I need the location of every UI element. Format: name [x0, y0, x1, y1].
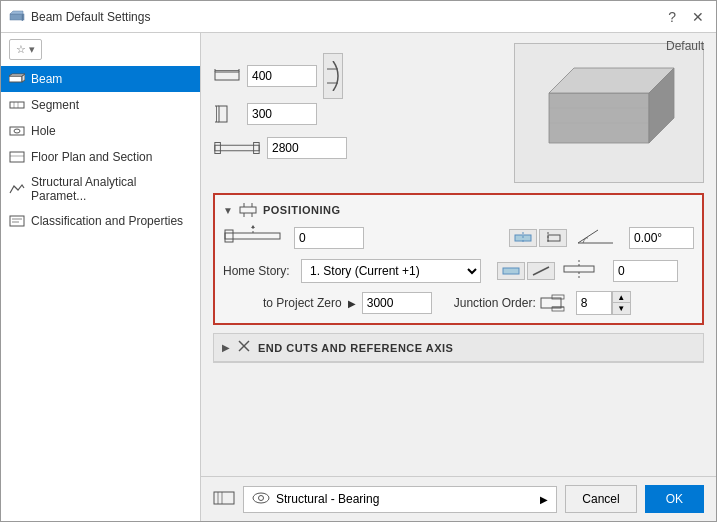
svg-rect-47 [503, 268, 519, 274]
offset-group [223, 225, 509, 250]
material-icon-left [213, 489, 235, 510]
main-window: Beam Default Settings ? ✕ ☆ ▾ Beam [0, 0, 717, 522]
align-center-button[interactable] [509, 229, 537, 247]
height-icon [213, 105, 241, 123]
title-bar-left: Beam Default Settings [9, 9, 150, 25]
cancel-button[interactable]: Cancel [565, 485, 636, 513]
height-input[interactable] [247, 103, 317, 125]
material-arrow-icon: ▶ [540, 494, 548, 505]
length-icon [213, 137, 261, 159]
beam-icon [9, 71, 25, 87]
positioning-row1 [223, 225, 694, 250]
angle-input[interactable] [629, 227, 694, 249]
elevation-row: to Project Zero ▶ Junction Order: [223, 291, 694, 315]
sidebar-item-structural[interactable]: Structural Analytical Paramet... [1, 170, 200, 208]
sidebar-label-classification: Classification and Properties [31, 214, 183, 228]
title-bar-controls: ? ✕ [664, 9, 708, 25]
svg-marker-1 [10, 11, 23, 14]
align-side-button[interactable] [539, 229, 567, 247]
link-button[interactable] [323, 53, 343, 99]
collapse-arrow: ▼ [223, 205, 233, 216]
svg-marker-5 [9, 74, 25, 76]
main-panel: Default [201, 33, 716, 521]
positioning-section: ▼ POSITIONING [213, 193, 704, 325]
spin-up-button[interactable]: ▲ [612, 292, 630, 303]
endcuts-header[interactable]: ▶ END CUTS AND REFERENCE AXIS [214, 334, 703, 362]
length-input[interactable] [267, 137, 347, 159]
height-row [213, 103, 347, 125]
width-input[interactable] [247, 65, 317, 87]
sidebar-label-hole: Hole [31, 124, 56, 138]
angle-icon [573, 225, 623, 250]
home-story-label: Home Story: [223, 264, 293, 278]
svg-rect-57 [214, 492, 234, 504]
offset-input[interactable] [294, 227, 364, 249]
tilt-flat-button[interactable] [497, 262, 525, 280]
svg-rect-16 [215, 72, 239, 80]
elevation-arrow: ▶ [348, 298, 356, 309]
svg-rect-40 [225, 230, 233, 242]
elevation-label: to Project Zero [263, 296, 342, 310]
floor-plan-icon [9, 149, 25, 165]
length-row [213, 137, 347, 159]
material-label: Structural - Bearing [276, 492, 379, 506]
endcuts-icon [236, 339, 252, 356]
tilt-group [497, 258, 678, 283]
favorites-button[interactable]: ☆ ▾ [9, 39, 42, 60]
svg-point-10 [14, 129, 20, 133]
width-row [213, 53, 347, 99]
endcuts-title: END CUTS AND REFERENCE AXIS [258, 342, 453, 354]
sidebar-item-beam[interactable]: Beam [1, 66, 200, 92]
junction-spinner: ▲ ▼ [576, 291, 631, 315]
hole-icon [9, 123, 25, 139]
endcuts-section: ▶ END CUTS AND REFERENCE AXIS [213, 333, 704, 363]
junction-value-input[interactable] [577, 292, 612, 314]
window-title: Beam Default Settings [31, 10, 150, 24]
beam-offset-icon [223, 225, 288, 250]
alignment-buttons [509, 229, 567, 247]
close-button[interactable]: ✕ [688, 9, 708, 25]
positioning-icon [239, 203, 257, 217]
sidebar-label-segment: Segment [31, 98, 79, 112]
sidebar-label-beam: Beam [31, 72, 62, 86]
svg-rect-28 [254, 142, 260, 153]
sidebar-item-classification[interactable]: Classification and Properties [1, 208, 200, 234]
ok-button[interactable]: OK [645, 485, 704, 513]
beam-preview [514, 43, 704, 183]
svg-rect-34 [240, 207, 256, 213]
tilt-angled-button[interactable] [527, 262, 555, 280]
spinner-buttons: ▲ ▼ [612, 292, 630, 314]
tilt-input[interactable] [613, 260, 678, 282]
svg-marker-29 [549, 93, 649, 143]
window-icon [9, 9, 25, 25]
sidebar-label-structural: Structural Analytical Paramet... [31, 175, 192, 203]
tilt-icon [559, 258, 609, 283]
top-section [201, 33, 716, 189]
svg-rect-45 [548, 235, 560, 241]
svg-rect-3 [9, 76, 22, 82]
sidebar-item-segment[interactable]: Segment [1, 92, 200, 118]
home-story-row: Home Story: 1. Story (Current +1) [223, 258, 694, 283]
sidebar-item-floor-plan[interactable]: Floor Plan and Section [1, 144, 200, 170]
story-select[interactable]: 1. Story (Current +1) [301, 259, 481, 283]
dimensions-panel [213, 53, 347, 159]
svg-rect-6 [10, 102, 24, 108]
endcuts-collapse-arrow: ▶ [222, 342, 230, 353]
default-label: Default [666, 39, 704, 53]
spin-down-button[interactable]: ▼ [612, 303, 630, 314]
positioning-title: POSITIONING [263, 204, 341, 216]
svg-rect-13 [10, 216, 24, 226]
elevation-input[interactable] [362, 292, 432, 314]
help-button[interactable]: ? [664, 9, 680, 25]
sidebar-item-hole[interactable]: Hole [1, 118, 200, 144]
svg-marker-2 [22, 14, 23, 21]
svg-rect-51 [541, 298, 561, 308]
segment-icon [9, 97, 25, 113]
structural-icon [9, 181, 25, 197]
svg-rect-9 [10, 127, 24, 135]
junction-label: Junction Order: [454, 296, 536, 310]
positioning-header[interactable]: ▼ POSITIONING [223, 203, 694, 217]
material-button[interactable]: Structural - Bearing ▶ [243, 486, 557, 513]
tilt-buttons [497, 262, 555, 280]
svg-rect-22 [219, 106, 227, 122]
